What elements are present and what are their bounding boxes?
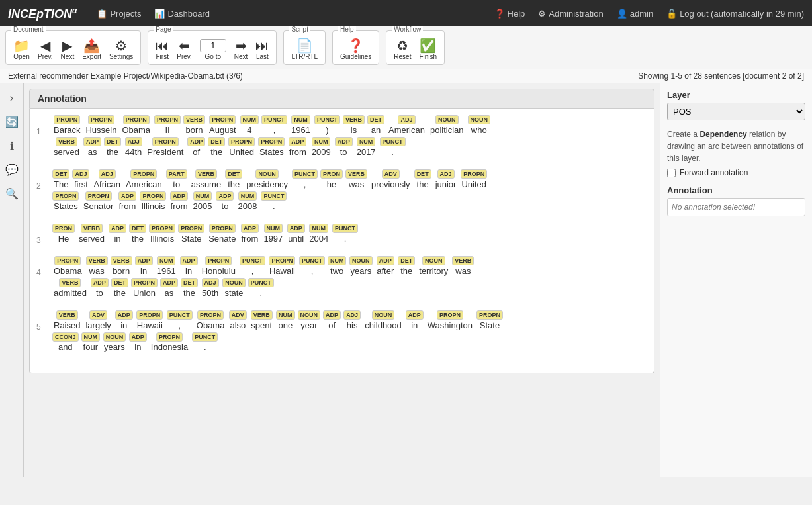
pos-tag[interactable]: ADV <box>382 169 400 179</box>
pos-tag[interactable]: ADP <box>323 310 341 320</box>
pos-tag[interactable]: PROPN <box>85 191 112 201</box>
pos-tag[interactable]: VERB <box>81 224 103 233</box>
pos-tag[interactable]: NUM <box>357 137 376 146</box>
pos-tag[interactable]: VERB <box>345 169 367 179</box>
pos-tag[interactable]: NOUN <box>349 256 373 265</box>
search-sidebar-button[interactable]: 🔍 <box>3 184 21 203</box>
pos-tag[interactable]: ADP <box>160 278 178 287</box>
pos-tag[interactable]: ADJ <box>437 169 455 179</box>
pos-tag[interactable]: DET <box>104 137 121 146</box>
pos-tag[interactable]: PUNCT <box>248 278 274 287</box>
pos-tag[interactable]: PUNCT <box>192 332 218 342</box>
administration-link[interactable]: ⚙ Administration <box>538 9 603 19</box>
pos-tag[interactable]: PROPN <box>209 115 236 124</box>
last-page-button[interactable]: ⏭ Last <box>252 38 272 62</box>
pos-tag[interactable]: PROPN <box>205 256 232 265</box>
finish-button[interactable]: ✅ Finish <box>416 38 440 62</box>
export-button[interactable]: 📤 Export <box>79 38 105 62</box>
pos-tag[interactable]: VERB <box>251 310 273 320</box>
pos-tag[interactable]: NUM <box>81 332 101 342</box>
pos-tag[interactable]: PROPN <box>152 137 179 146</box>
pos-tag[interactable]: PROPN <box>140 191 166 201</box>
logout-link[interactable]: 🔓 Log out (automatically in 29 min) <box>666 9 804 19</box>
pos-tag[interactable]: PROPN <box>197 310 224 320</box>
refresh-sidebar-button[interactable]: 🔄 <box>3 113 21 131</box>
pos-tag[interactable]: DET <box>181 278 198 287</box>
guidelines-button[interactable]: ❓ Guidelines <box>337 38 375 62</box>
pos-tag[interactable]: CCONJ <box>52 332 79 342</box>
pos-tag[interactable]: PUNCT <box>380 137 406 146</box>
pos-tag[interactable]: PROPN <box>269 256 295 265</box>
pos-tag[interactable]: PROPN <box>52 191 79 201</box>
reset-button[interactable]: ♻ Reset <box>390 38 414 62</box>
pos-tag[interactable]: ADP <box>135 256 153 265</box>
pos-tag[interactable]: ADP <box>180 256 198 265</box>
pos-tag[interactable]: PUNCT <box>332 224 358 233</box>
pos-tag[interactable]: PROPN <box>123 115 150 124</box>
pos-tag[interactable]: ADP <box>109 224 126 233</box>
pos-tag[interactable]: DET <box>367 115 384 124</box>
pos-tag[interactable]: NOUN <box>103 332 126 342</box>
pos-tag[interactable]: DET <box>129 224 146 233</box>
pos-tag[interactable]: NOUN <box>372 310 395 320</box>
pos-tag[interactable]: NUM <box>312 137 331 146</box>
pos-tag[interactable]: PROPN <box>130 169 157 179</box>
pos-tag[interactable]: NOUN <box>435 115 459 124</box>
pos-tag[interactable]: NOUN <box>468 115 491 124</box>
pos-tag[interactable]: ADP <box>406 310 424 320</box>
pos-tag[interactable]: DET <box>414 169 431 179</box>
pos-tag[interactable]: PART <box>166 169 187 179</box>
pos-tag[interactable]: VERB <box>452 256 474 265</box>
pos-tag[interactable]: ADP <box>118 191 136 201</box>
pos-tag[interactable]: PRON <box>320 169 343 179</box>
pos-tag[interactable]: ADP <box>91 278 109 287</box>
pos-tag[interactable]: PROPN <box>136 310 163 320</box>
ltr-rtl-button[interactable]: 📄 LTR/RTL <box>288 38 321 62</box>
pos-tag[interactable]: VERB <box>86 256 108 265</box>
pos-tag[interactable]: PROPN <box>209 224 236 233</box>
pos-tag[interactable]: PROPN <box>461 169 487 179</box>
prev-document-button[interactable]: ◀ Prev. <box>34 38 56 62</box>
pos-tag[interactable]: NUM <box>238 191 257 201</box>
pos-tag[interactable]: PROPN <box>54 115 80 124</box>
pos-tag[interactable]: PUNCT <box>314 115 340 124</box>
collapse-sidebar-button[interactable]: › <box>3 89 21 107</box>
pos-tag[interactable]: ADP <box>335 137 353 146</box>
pos-tag[interactable]: VERB <box>195 169 217 179</box>
pos-tag[interactable]: ADP <box>241 224 259 233</box>
pos-tag[interactable]: NOUN <box>298 310 321 320</box>
pos-tag[interactable]: ADP <box>115 310 133 320</box>
pos-tag[interactable]: NUM <box>291 115 310 124</box>
pos-tag[interactable]: ADP <box>289 137 306 146</box>
pos-tag[interactable]: PROPN <box>437 310 463 320</box>
pos-tag[interactable]: NUM <box>193 191 212 201</box>
pos-tag[interactable]: ADP <box>129 332 147 342</box>
pos-tag[interactable]: DET <box>111 278 128 287</box>
pos-tag[interactable]: ADP <box>216 191 234 201</box>
pos-tag[interactable]: NUM <box>240 115 259 124</box>
pos-tag[interactable]: PROPN <box>258 137 285 146</box>
projects-link[interactable]: 📋 Projects <box>97 9 141 19</box>
pos-tag[interactable]: DET <box>52 169 69 179</box>
pos-tag[interactable]: VERB <box>111 256 132 265</box>
pos-tag[interactable]: PUNCT <box>299 256 325 265</box>
pos-tag[interactable]: ADJ <box>343 310 361 320</box>
pos-tag[interactable]: ADP <box>83 137 101 146</box>
pos-tag[interactable]: NUM <box>328 256 347 265</box>
pos-tag[interactable]: NOUN <box>222 278 246 287</box>
pos-tag[interactable]: VERB <box>59 278 81 287</box>
next-document-button[interactable]: ▶ Next <box>58 38 78 62</box>
info-sidebar-button[interactable]: ℹ <box>3 136 21 155</box>
pos-tag[interactable]: VERB <box>183 115 205 124</box>
pos-tag[interactable]: PROPN <box>54 256 81 265</box>
open-button[interactable]: 📁 Open <box>10 38 33 62</box>
settings-button[interactable]: ⚙ Settings <box>106 38 136 62</box>
pos-tag[interactable]: NOUN <box>255 169 279 179</box>
pos-tag[interactable]: ADJ <box>125 137 142 146</box>
user-link[interactable]: 👤 admin <box>617 9 653 19</box>
pos-tag[interactable]: PUNCT <box>240 256 265 265</box>
pos-tag[interactable]: ADP <box>377 256 394 265</box>
pos-tag[interactable]: ADJ <box>72 169 89 179</box>
help-link[interactable]: ❓ Help <box>494 9 525 19</box>
pos-tag[interactable]: PUNCT <box>292 169 318 179</box>
